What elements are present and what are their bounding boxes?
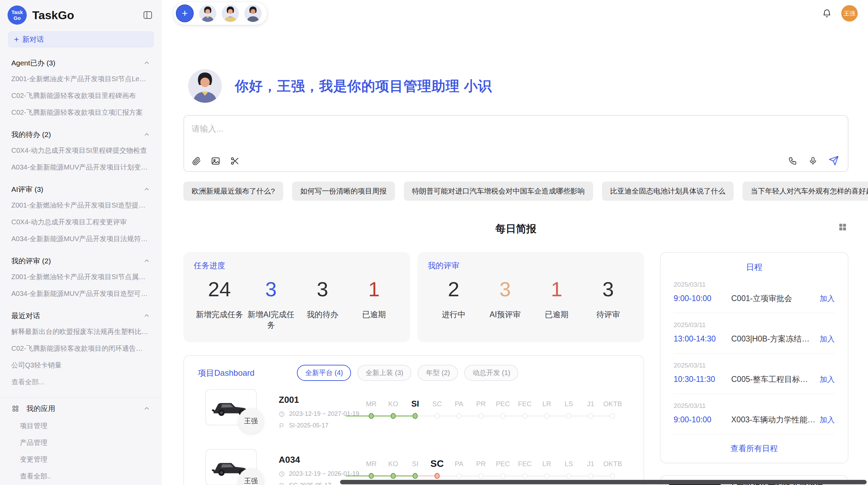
sidebar-collapse-icon[interactable]	[143, 10, 153, 20]
app-submenu-item[interactable]: 产品管理	[0, 434, 162, 451]
send-icon[interactable]	[829, 156, 839, 166]
recent-conversation-item[interactable]: 公司Q3轻卡销量	[0, 357, 162, 374]
milestone-dot[interactable]	[588, 473, 593, 479]
app-submenu-item[interactable]: 查看全部..	[0, 468, 162, 485]
new-chat-button[interactable]: + 新对话	[8, 32, 154, 47]
milestone-dot[interactable]	[501, 473, 506, 479]
phone-icon[interactable]	[788, 156, 797, 165]
suggestion-chip[interactable]: 当下年轻人对汽车外观有怎样的喜好趋势	[743, 182, 868, 201]
sidebar-conversation-item[interactable]: C0X4-动力总成开发项目SI里程碑提交物检查	[0, 142, 162, 159]
milestone-dot[interactable]	[610, 473, 615, 479]
app-submenu-item[interactable]: 变更管理	[0, 451, 162, 468]
suggestion-chip[interactable]: 比亚迪全固态电池计划具体说了什么	[602, 182, 734, 201]
milestone-dot[interactable]	[544, 413, 550, 419]
agent-avatar-2[interactable]	[222, 5, 239, 22]
app-submenu-item[interactable]: 项目管理	[0, 418, 162, 434]
suggestion-chip[interactable]: 如何写一份清晰的项目周报	[292, 182, 395, 201]
chevron-up-icon[interactable]	[143, 186, 150, 193]
sidebar-conversation-item[interactable]: C0X4-动力总成开发项目工程变更评审	[0, 214, 162, 231]
sidebar-conversation-item[interactable]: Z001-全新燃油皮卡产品开发项目SI节点Lesson Learn报告	[0, 71, 162, 87]
milestone-label: LS	[558, 459, 580, 469]
stats-row: 任务进度24新增完成任务3新增AI完成任务3我的待办1已逾期我的评审2进行中3A…	[183, 252, 644, 342]
join-meeting-link[interactable]: 加入	[820, 334, 835, 344]
horizontal-scrollbar[interactable]	[340, 480, 867, 484]
milestone-dot[interactable]	[413, 413, 418, 419]
image-upload-icon[interactable]	[211, 156, 220, 166]
milestone-dot[interactable]	[435, 413, 440, 419]
milestone-dot[interactable]	[369, 413, 374, 419]
milestone-connector	[503, 475, 525, 476]
view-all-conversations[interactable]: 查看全部...	[0, 374, 162, 390]
dashboard-tab[interactable]: 全新上装 (3)	[357, 365, 411, 381]
schedule-events: 2025/03/119:00-10:00C001-立项审批会加入2025/03/…	[674, 273, 835, 434]
sidebar-recent-header[interactable]: 最近对话	[0, 302, 162, 323]
suggestion-chip[interactable]: 特朗普可能对进口汽车增税会对中国车企造成哪些影响	[404, 182, 593, 201]
add-agent-button[interactable]: +	[176, 4, 194, 22]
recent-conversation-item[interactable]: C02-飞腾新能源轻客改款项目的闭环通告反馈情况	[0, 340, 162, 357]
microphone-icon[interactable]	[808, 156, 818, 165]
dashboard-tab[interactable]: 全新平台 (4)	[297, 365, 351, 381]
dashboard-tab[interactable]: 动总开发 (1)	[464, 365, 518, 381]
milestone-dot[interactable]	[522, 413, 528, 419]
milestone-dot[interactable]	[413, 473, 418, 479]
join-meeting-link[interactable]: 加入	[820, 374, 835, 385]
milestone-dot[interactable]	[479, 413, 484, 419]
sidebar-conversation-item[interactable]: Z001-全新燃油轻卡产品开发项目SI节点属性5D文件评审	[0, 269, 162, 285]
sidebar-conversation-item[interactable]: C02-飞腾新能源轻客改款项目里程碑画布	[0, 87, 162, 104]
dashboard-tab[interactable]: 年型 (2)	[418, 365, 458, 381]
milestone-dot[interactable]	[435, 473, 440, 479]
sidebar-section-header[interactable]: Agent已办 (3)	[0, 49, 162, 71]
attachment-icon[interactable]	[192, 156, 201, 166]
milestone-connector	[393, 475, 415, 476]
assistant-avatar	[188, 69, 222, 103]
sidebar-item-my-apps[interactable]: 我的应用	[0, 400, 162, 418]
stat-value: 3	[245, 279, 297, 300]
sidebar-conversation-item[interactable]: A034-全新新能源MUV产品开发项目计划变更表编写	[0, 159, 162, 176]
agent-avatar-1[interactable]	[199, 5, 216, 22]
chevron-up-icon[interactable]	[143, 60, 150, 66]
layout-grid-icon[interactable]	[838, 223, 847, 232]
suggestion-chip[interactable]: 欧洲新规最近颁布了什么?	[183, 182, 283, 201]
schedule-event: 2025/03/1113:00-14:30C003|H0B-方案冻结评审加入	[674, 313, 835, 353]
scissors-icon[interactable]	[230, 156, 240, 166]
event-row: 9:00-10:00C001-立项审批会加入	[674, 293, 835, 304]
milestone-dot[interactable]	[588, 413, 593, 419]
chevron-up-icon[interactable]	[143, 131, 150, 138]
milestone-dot[interactable]	[457, 473, 462, 479]
milestone-dot[interactable]	[391, 413, 396, 419]
agent-avatar-3[interactable]	[244, 5, 262, 22]
join-meeting-link[interactable]: 加入	[820, 294, 835, 304]
milestone-label: PA	[448, 459, 470, 469]
milestone-dot[interactable]	[479, 473, 484, 479]
event-date: 2025/03/11	[674, 321, 835, 329]
chat-input[interactable]	[184, 116, 848, 150]
sidebar-section-header[interactable]: AI评审 (3)	[0, 176, 162, 197]
sidebar-section-header[interactable]: 我的评审 (2)	[0, 247, 162, 269]
view-all-schedule-link[interactable]: 查看所有日程	[674, 434, 835, 456]
milestone-dot[interactable]	[501, 413, 506, 419]
chevron-up-icon[interactable]	[143, 312, 150, 319]
sidebar-conversation-item[interactable]: A034-全新新能源MUV产品开发项目法规符合性评审	[0, 231, 162, 247]
milestone-dot[interactable]	[544, 473, 550, 479]
greeting-block: 你好，王强，我是你的项目管理助理 小识	[183, 69, 848, 103]
milestone-dot[interactable]	[522, 473, 528, 479]
event-date: 2025/03/11	[674, 402, 835, 410]
notification-bell-icon[interactable]	[822, 9, 832, 18]
milestone-dot[interactable]	[391, 473, 396, 479]
milestone-dot[interactable]	[610, 413, 615, 419]
sidebar-conversation-item[interactable]: C02-飞腾新能源轻客改款项目立项汇报方案	[0, 104, 162, 121]
join-meeting-link[interactable]: 加入	[820, 415, 835, 425]
milestone-dot[interactable]	[566, 473, 571, 479]
recent-conversation-item[interactable]: 解释最新出台的欧盟报废车法规再生塑料比例被调至15%...	[0, 323, 162, 340]
logo-line2: Go	[14, 15, 21, 21]
chevron-up-icon[interactable]	[143, 258, 150, 264]
sidebar-conversation-item[interactable]: A034-全新新能源MUV产品开发项目造型可行性评审	[0, 285, 162, 302]
sidebar-conversation-item[interactable]: Z001-全新燃油轻卡产品开发项目SI造型提交物评审	[0, 197, 162, 214]
milestone-dot[interactable]	[566, 413, 571, 419]
milestone-connector	[547, 415, 569, 416]
milestone-dot[interactable]	[369, 473, 374, 479]
sidebar-section-header[interactable]: 我的待办 (2)	[0, 121, 162, 142]
user-avatar[interactable]: 王强	[841, 5, 858, 22]
chevron-up-icon[interactable]	[143, 405, 150, 412]
milestone-dot[interactable]	[457, 413, 462, 419]
